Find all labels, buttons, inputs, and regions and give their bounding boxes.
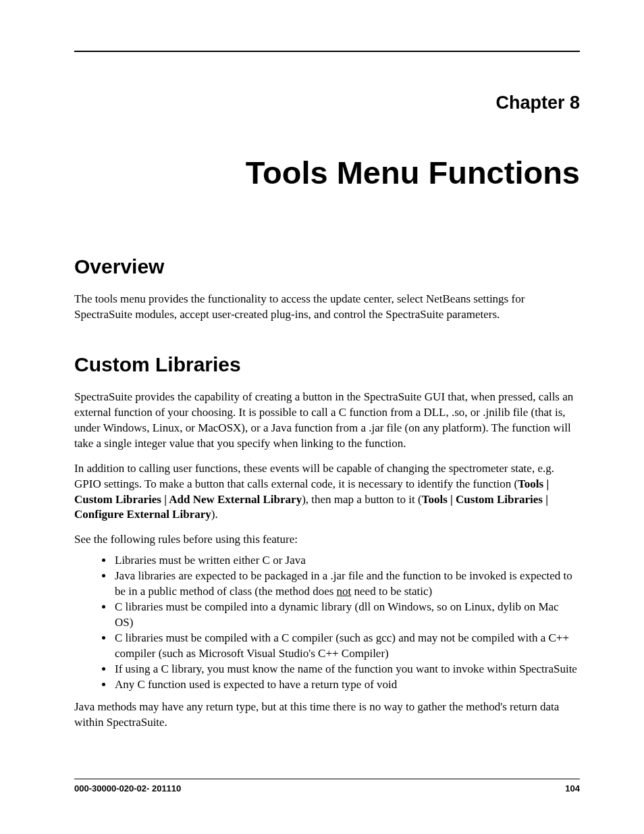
list-item: Any C function used is expected to have … — [113, 677, 580, 693]
page-title: Tools Menu Functions — [74, 154, 580, 191]
chapter-label: Chapter 8 — [74, 93, 580, 113]
custom-libraries-heading: Custom Libraries — [74, 353, 580, 376]
custom-libraries-closing: Java methods may have any return type, b… — [74, 700, 580, 731]
custom-libraries-para-1: SpectraSuite provides the capability of … — [74, 390, 580, 452]
overview-heading: Overview — [74, 255, 580, 278]
para2-pre: In addition to calling user functions, t… — [74, 462, 554, 490]
page-footer: 000-30000-020-02- 201110 104 — [74, 779, 580, 793]
footer-page-number: 104 — [565, 783, 580, 793]
list-item: C libraries must be compiled with a C co… — [113, 631, 580, 662]
list-item: C libraries must be compiled into a dyna… — [113, 600, 580, 631]
rules-list: Libraries must be written either C or Ja… — [74, 553, 580, 692]
custom-libraries-para-2: In addition to calling user functions, t… — [74, 461, 580, 523]
list-item: Java libraries are expected to be packag… — [113, 569, 580, 600]
header-rule — [74, 51, 580, 52]
list-item: Libraries must be written either C or Ja… — [113, 553, 580, 569]
underlined-text: not — [337, 585, 352, 598]
overview-paragraph: The tools menu provides the functionalit… — [74, 292, 580, 323]
list-item: If using a C library, you must know the … — [113, 662, 580, 677]
para2-mid: ), then map a button to it ( — [302, 493, 422, 506]
rules-intro: See the following rules before using thi… — [74, 532, 580, 548]
para2-post: ). — [211, 508, 218, 521]
footer-doc-id: 000-30000-020-02- 201110 — [74, 783, 181, 793]
